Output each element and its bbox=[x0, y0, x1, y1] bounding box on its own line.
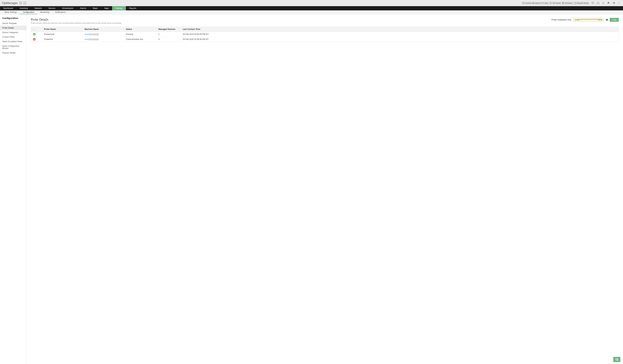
row-devices: 1 bbox=[158, 33, 183, 35]
eye-icon[interactable] bbox=[605, 18, 608, 21]
subnav-item-monitoring[interactable]: Monitoring bbox=[37, 10, 52, 14]
search-icon[interactable] bbox=[601, 1, 605, 5]
sidebar-item-custom-fields[interactable]: Custom Fields bbox=[0, 35, 26, 39]
license-expire-text: License will expire in 27 days bbox=[525, 2, 548, 4]
sidebar-item-alarm-escalation-rules[interactable]: Alarm Escalation Rules bbox=[0, 39, 26, 44]
svg-point-3 bbox=[602, 2, 604, 3]
row-contact: 28 Feb 2019 10:38:36 AM IST bbox=[183, 38, 619, 40]
svg-rect-1 bbox=[597, 3, 597, 4]
bell-icon[interactable] bbox=[606, 1, 611, 5]
purchase-text: Purchase bbox=[565, 2, 572, 4]
svg-rect-2 bbox=[599, 3, 599, 4]
row-status-icon-cell bbox=[31, 38, 44, 41]
installation-key-input[interactable] bbox=[573, 18, 604, 22]
nav-item-maps[interactable]: Maps bbox=[89, 6, 101, 10]
page-header: Probe Details Probe servers collect the … bbox=[31, 18, 619, 24]
row-status: Running bbox=[126, 33, 158, 35]
topbar-right: ◷ License will expire in 27 days $ Get Q… bbox=[521, 1, 621, 5]
installation-key-group: Probe Installation Key: Copy bbox=[552, 18, 619, 22]
sub-nav: Basic SettingsConfigurationMonitoringNot… bbox=[0, 10, 623, 14]
presentation-icon[interactable] bbox=[591, 1, 595, 5]
check-icon bbox=[33, 33, 36, 36]
col-managed-devices[interactable]: Managed Devices bbox=[158, 28, 183, 30]
topbar-left: OpManager C Pr bbox=[2, 1, 26, 5]
subnav-item-basic-settings[interactable]: Basic Settings bbox=[2, 10, 20, 14]
row-devices: 4 bbox=[158, 38, 183, 40]
request-demo-link[interactable]: ▶ Request Demo bbox=[574, 2, 589, 4]
nav-item-reports[interactable]: Reports bbox=[126, 6, 139, 10]
col-probe-name[interactable]: Probe Name bbox=[44, 28, 85, 30]
table-header: ▲ Probe Name Machine Name Status Managed… bbox=[31, 27, 619, 32]
machine-link[interactable]: anan bbox=[85, 33, 89, 35]
sidebar-item-device-template[interactable]: Device Template bbox=[0, 21, 26, 26]
redacted-text bbox=[89, 39, 99, 40]
dollar-icon: $ bbox=[550, 2, 552, 4]
user-icon[interactable] bbox=[617, 1, 621, 5]
table-row[interactable]: ProbemssqlananRunning128 Feb 2019 03:56:… bbox=[31, 32, 619, 37]
col-sort[interactable]: ▲ bbox=[31, 28, 44, 30]
gear-icon[interactable] bbox=[611, 1, 616, 5]
layout: Configuration Device TemplateProbe Detai… bbox=[0, 14, 623, 364]
svg-point-4 bbox=[618, 2, 619, 3]
topbar: OpManager C Pr ◷ License will expire in … bbox=[0, 0, 623, 6]
badge-pr: Pr bbox=[23, 2, 26, 4]
col-last-contact[interactable]: Last Contact Time bbox=[183, 28, 619, 30]
page-header-left: Probe Details Probe servers collect the … bbox=[31, 18, 122, 24]
sidebar-item-device-categories[interactable]: Device Categories bbox=[0, 30, 26, 35]
col-status[interactable]: Status bbox=[126, 28, 158, 30]
chat-float-button[interactable] bbox=[613, 357, 621, 362]
nav-item-inventory[interactable]: Inventory bbox=[16, 6, 31, 10]
cart-icon: 🛒 bbox=[562, 2, 564, 4]
get-quote-text: Get Quote bbox=[553, 2, 561, 4]
row-machine-name: anan bbox=[85, 38, 126, 40]
badge-c: C bbox=[19, 2, 22, 4]
sidebar-item-failover-details[interactable]: Failover Details bbox=[0, 51, 26, 55]
row-status: Communication lost bbox=[126, 38, 158, 40]
nav-item-dashboard[interactable]: Dashboard bbox=[0, 6, 16, 10]
probe-table: ▲ Probe Name Machine Name Status Managed… bbox=[31, 27, 619, 42]
installation-key-label: Probe Installation Key: bbox=[552, 19, 572, 21]
table-row[interactable]: ProbeOneananCommunication lost428 Feb 20… bbox=[31, 37, 619, 42]
page-description: Probe servers collect the data from the … bbox=[31, 22, 122, 24]
nav-item-virtualization[interactable]: Virtualization bbox=[59, 6, 77, 10]
nav-item-apps[interactable]: Apps bbox=[101, 6, 112, 10]
row-status-icon-cell bbox=[31, 33, 44, 36]
page-title: Probe Details bbox=[31, 18, 122, 21]
brand-name: OpManager bbox=[2, 1, 18, 5]
sidebar: Configuration Device TemplateProbe Detai… bbox=[0, 14, 27, 364]
license-expire[interactable]: ◷ License will expire in 27 days bbox=[522, 2, 548, 4]
row-contact: 28 Feb 2019 03:56:39 PM IST bbox=[183, 33, 619, 35]
copy-button[interactable]: Copy bbox=[610, 18, 619, 22]
get-quote-link[interactable]: $ Get Quote bbox=[550, 2, 561, 4]
col-machine-name[interactable]: Machine Name bbox=[85, 28, 126, 30]
error-icon bbox=[33, 38, 36, 41]
sort-icon: ▲ bbox=[33, 28, 35, 30]
license-pill-group: ◷ License will expire in 27 days $ Get Q… bbox=[521, 1, 590, 5]
sidebar-item-probe-details[interactable]: Probe Details bbox=[0, 26, 26, 30]
row-probe-name: Probemssql bbox=[44, 33, 85, 35]
subnav-item-configuration[interactable]: Configuration bbox=[20, 10, 37, 14]
main-nav: DashboardInventoryNetworkServersVirtuali… bbox=[0, 6, 623, 10]
headset-icon[interactable] bbox=[596, 1, 600, 5]
nav-item-settings[interactable]: Settings bbox=[112, 6, 126, 10]
nav-item-servers[interactable]: Servers bbox=[45, 6, 59, 10]
machine-link[interactable]: anan bbox=[85, 38, 89, 40]
clock-icon: ◷ bbox=[522, 2, 525, 4]
sidebar-item-quick-configuration-wizard[interactable]: Quick Configuration Wizard bbox=[0, 44, 26, 51]
purchase-link[interactable]: 🛒 Purchase bbox=[562, 2, 572, 4]
row-probe-name: ProbeOne bbox=[44, 38, 85, 40]
demo-icon: ▶ bbox=[574, 2, 576, 4]
subnav-item-notifications[interactable]: Notifications bbox=[52, 10, 68, 14]
request-demo-text: Request Demo bbox=[577, 2, 589, 4]
nav-item-alarms[interactable]: Alarms bbox=[77, 6, 89, 10]
row-machine-name: anan bbox=[85, 33, 126, 35]
redacted-text bbox=[89, 33, 99, 35]
sidebar-title: Configuration bbox=[0, 17, 26, 21]
nav-item-network[interactable]: Network bbox=[31, 6, 45, 10]
main-content: Probe Details Probe servers collect the … bbox=[27, 14, 623, 364]
